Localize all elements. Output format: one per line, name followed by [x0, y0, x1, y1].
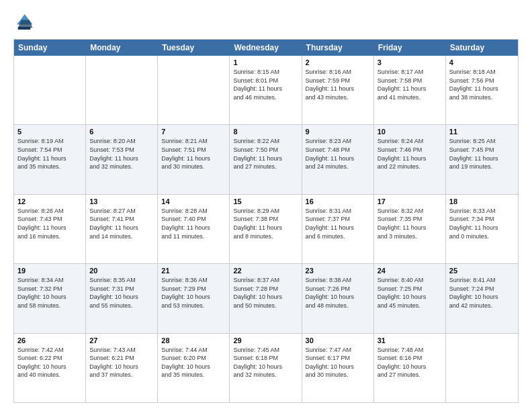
calendar-header: SundayMondayTuesdayWednesdayThursdayFrid…: [14, 40, 518, 56]
calendar-cell: 13Sunrise: 8:27 AM Sunset: 7:41 PM Dayli…: [86, 195, 158, 263]
cell-info: Sunrise: 7:48 AM Sunset: 6:16 PM Dayligh…: [378, 346, 442, 379]
calendar-cell: [446, 334, 518, 402]
calendar-body: 1Sunrise: 8:15 AM Sunset: 8:01 PM Daylig…: [14, 56, 518, 402]
cell-info: Sunrise: 8:24 AM Sunset: 7:46 PM Dayligh…: [378, 137, 442, 171]
day-number: 30: [306, 336, 370, 345]
calendar-cell: 25Sunrise: 8:41 AM Sunset: 7:24 PM Dayli…: [446, 264, 518, 332]
cell-info: Sunrise: 8:34 AM Sunset: 7:32 PM Dayligh…: [17, 276, 82, 310]
calendar-cell: 8Sunrise: 8:22 AM Sunset: 7:50 PM Daylig…: [230, 125, 302, 193]
header-day-wednesday: Wednesday: [230, 40, 302, 56]
day-number: 6: [89, 128, 154, 136]
day-number: 24: [378, 267, 442, 275]
day-number: 1: [233, 58, 298, 66]
calendar-cell: 15Sunrise: 8:29 AM Sunset: 7:38 PM Dayli…: [230, 195, 302, 263]
calendar-cell: 12Sunrise: 8:26 AM Sunset: 7:43 PM Dayli…: [14, 195, 86, 263]
calendar-row: 5Sunrise: 8:19 AM Sunset: 7:54 PM Daylig…: [14, 125, 518, 194]
logo-icon: [13, 12, 35, 34]
calendar-cell: [14, 56, 86, 124]
calendar-cell: [86, 56, 158, 124]
day-number: 12: [17, 197, 82, 205]
day-number: 16: [306, 197, 370, 205]
day-number: 3: [378, 58, 442, 66]
calendar-cell: 11Sunrise: 8:25 AM Sunset: 7:45 PM Dayli…: [446, 125, 518, 193]
header-day-saturday: Saturday: [446, 40, 518, 56]
cell-info: Sunrise: 8:19 AM Sunset: 7:54 PM Dayligh…: [17, 137, 82, 171]
cell-info: Sunrise: 8:25 AM Sunset: 7:45 PM Dayligh…: [449, 137, 515, 171]
day-number: 18: [449, 197, 515, 205]
calendar-cell: 21Sunrise: 8:36 AM Sunset: 7:29 PM Dayli…: [158, 264, 230, 332]
calendar-row: 12Sunrise: 8:26 AM Sunset: 7:43 PM Dayli…: [14, 195, 518, 264]
header-day-tuesday: Tuesday: [158, 40, 230, 56]
header-day-sunday: Sunday: [14, 40, 86, 56]
day-number: 26: [17, 336, 82, 345]
cell-info: Sunrise: 8:17 AM Sunset: 7:58 PM Dayligh…: [378, 68, 442, 101]
header-day-friday: Friday: [374, 40, 446, 56]
day-number: 27: [89, 336, 154, 345]
calendar-cell: 9Sunrise: 8:23 AM Sunset: 7:48 PM Daylig…: [302, 125, 374, 193]
cell-info: Sunrise: 8:15 AM Sunset: 8:01 PM Dayligh…: [233, 68, 298, 101]
calendar-cell: 20Sunrise: 8:35 AM Sunset: 7:31 PM Dayli…: [86, 264, 158, 332]
calendar-row: 19Sunrise: 8:34 AM Sunset: 7:32 PM Dayli…: [14, 264, 518, 333]
cell-info: Sunrise: 7:44 AM Sunset: 6:20 PM Dayligh…: [161, 346, 226, 379]
calendar-cell: 6Sunrise: 8:20 AM Sunset: 7:53 PM Daylig…: [86, 125, 158, 193]
calendar-cell: 27Sunrise: 7:43 AM Sunset: 6:21 PM Dayli…: [86, 334, 158, 402]
day-number: 5: [17, 128, 82, 136]
calendar-cell: 31Sunrise: 7:48 AM Sunset: 6:16 PM Dayli…: [374, 334, 446, 402]
logo: [13, 12, 38, 34]
cell-info: Sunrise: 7:45 AM Sunset: 6:18 PM Dayligh…: [233, 346, 298, 379]
day-number: 8: [233, 128, 298, 136]
cell-info: Sunrise: 8:27 AM Sunset: 7:41 PM Dayligh…: [89, 207, 154, 240]
calendar-cell: 18Sunrise: 8:33 AM Sunset: 7:34 PM Dayli…: [446, 195, 518, 263]
cell-info: Sunrise: 8:28 AM Sunset: 7:40 PM Dayligh…: [161, 207, 226, 240]
day-number: 20: [89, 267, 154, 275]
svg-rect-2: [18, 27, 31, 30]
calendar-cell: 1Sunrise: 8:15 AM Sunset: 8:01 PM Daylig…: [230, 56, 302, 124]
cell-info: Sunrise: 8:22 AM Sunset: 7:50 PM Dayligh…: [233, 137, 298, 171]
day-number: 10: [378, 128, 442, 136]
calendar-cell: 23Sunrise: 8:38 AM Sunset: 7:26 PM Dayli…: [302, 264, 374, 332]
calendar-cell: 29Sunrise: 7:45 AM Sunset: 6:18 PM Dayli…: [230, 334, 302, 402]
calendar-cell: 14Sunrise: 8:28 AM Sunset: 7:40 PM Dayli…: [158, 195, 230, 263]
cell-info: Sunrise: 8:21 AM Sunset: 7:51 PM Dayligh…: [161, 137, 226, 171]
cell-info: Sunrise: 7:42 AM Sunset: 6:22 PM Dayligh…: [17, 346, 82, 379]
calendar-cell: 19Sunrise: 8:34 AM Sunset: 7:32 PM Dayli…: [14, 264, 86, 332]
calendar-cell: 3Sunrise: 8:17 AM Sunset: 7:58 PM Daylig…: [374, 56, 446, 124]
day-number: 14: [161, 197, 226, 205]
calendar-cell: 4Sunrise: 8:18 AM Sunset: 7:56 PM Daylig…: [446, 56, 518, 124]
day-number: 23: [306, 267, 370, 275]
day-number: 19: [17, 267, 82, 275]
day-number: 21: [161, 267, 226, 275]
calendar-cell: 26Sunrise: 7:42 AM Sunset: 6:22 PM Dayli…: [14, 334, 86, 402]
day-number: 15: [233, 197, 298, 205]
cell-info: Sunrise: 8:20 AM Sunset: 7:53 PM Dayligh…: [89, 137, 154, 171]
cell-info: Sunrise: 8:35 AM Sunset: 7:31 PM Dayligh…: [89, 276, 154, 310]
day-number: 22: [233, 267, 298, 275]
calendar-cell: 28Sunrise: 7:44 AM Sunset: 6:20 PM Dayli…: [158, 334, 230, 402]
calendar: SundayMondayTuesdayWednesdayThursdayFrid…: [13, 39, 519, 403]
cell-info: Sunrise: 8:37 AM Sunset: 7:28 PM Dayligh…: [233, 276, 298, 310]
day-number: 25: [449, 267, 515, 275]
day-number: 17: [378, 197, 442, 205]
day-number: 29: [233, 336, 298, 345]
calendar-cell: 5Sunrise: 8:19 AM Sunset: 7:54 PM Daylig…: [14, 125, 86, 193]
cell-info: Sunrise: 8:26 AM Sunset: 7:43 PM Dayligh…: [17, 207, 82, 240]
cell-info: Sunrise: 8:32 AM Sunset: 7:35 PM Dayligh…: [378, 207, 442, 240]
day-number: 4: [449, 58, 515, 66]
calendar-cell: 7Sunrise: 8:21 AM Sunset: 7:51 PM Daylig…: [158, 125, 230, 193]
calendar-cell: 30Sunrise: 7:47 AM Sunset: 6:17 PM Dayli…: [302, 334, 374, 402]
day-number: 31: [378, 336, 442, 345]
calendar-cell: [158, 56, 230, 124]
cell-info: Sunrise: 8:33 AM Sunset: 7:34 PM Dayligh…: [449, 207, 515, 240]
day-number: 28: [161, 336, 226, 345]
cell-info: Sunrise: 8:36 AM Sunset: 7:29 PM Dayligh…: [161, 276, 226, 310]
cell-info: Sunrise: 8:38 AM Sunset: 7:26 PM Dayligh…: [306, 276, 370, 310]
cell-info: Sunrise: 8:23 AM Sunset: 7:48 PM Dayligh…: [306, 137, 370, 171]
calendar-cell: 16Sunrise: 8:31 AM Sunset: 7:37 PM Dayli…: [302, 195, 374, 263]
calendar-cell: 22Sunrise: 8:37 AM Sunset: 7:28 PM Dayli…: [230, 264, 302, 332]
cell-info: Sunrise: 8:40 AM Sunset: 7:25 PM Dayligh…: [378, 276, 442, 310]
header-day-thursday: Thursday: [302, 40, 374, 56]
day-number: 13: [89, 197, 154, 205]
day-number: 7: [161, 128, 226, 136]
day-number: 11: [449, 128, 515, 136]
cell-info: Sunrise: 8:31 AM Sunset: 7:37 PM Dayligh…: [306, 207, 370, 240]
